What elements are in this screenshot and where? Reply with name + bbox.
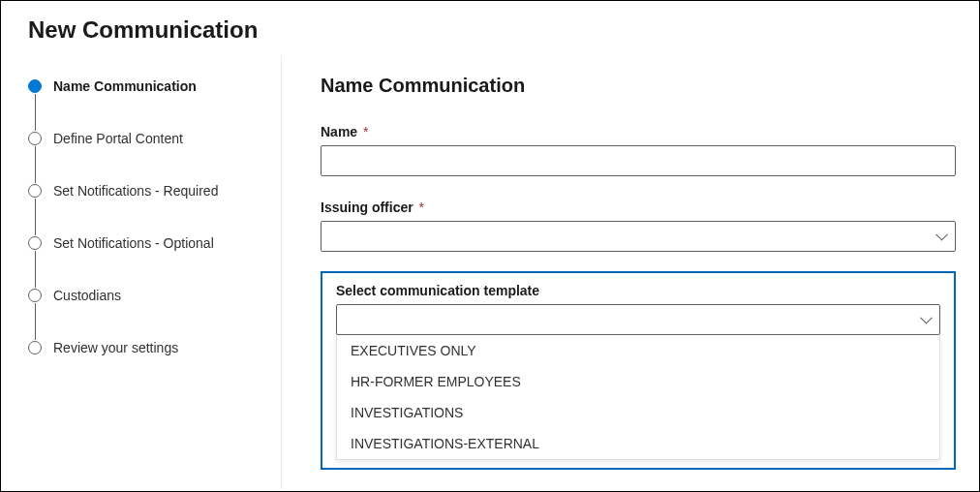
template-select[interactable] <box>336 304 940 335</box>
step-dot-icon <box>28 236 42 250</box>
step-dot-icon <box>28 79 42 93</box>
required-mark-icon: * <box>419 200 424 215</box>
wizard-steps-nav: Name Communication Define Portal Content… <box>1 55 282 489</box>
form-panel: Name Communication Name * Issuing office… <box>282 55 979 489</box>
required-mark-icon: * <box>363 124 368 139</box>
issuing-officer-select[interactable] <box>321 221 956 252</box>
step-label: Set Notifications - Required <box>53 183 218 199</box>
step-connector-icon <box>35 251 36 288</box>
template-label: Select communication template <box>336 283 940 298</box>
template-dropdown-list: EXECUTIVES ONLY HR-FORMER EMPLOYEES INVE… <box>336 335 940 460</box>
step-connector-icon <box>35 94 36 131</box>
name-input[interactable] <box>321 145 956 176</box>
label-text: Issuing officer <box>321 200 413 215</box>
step-set-notifications-required[interactable]: Set Notifications - Required <box>28 183 281 199</box>
step-dot-icon <box>28 341 42 354</box>
template-highlight-block: Select communication template EXECUTIVES… <box>321 271 956 470</box>
label-text: Name <box>321 124 357 139</box>
step-label: Name Communication <box>53 78 197 94</box>
step-label: Define Portal Content <box>53 131 183 146</box>
step-review-your-settings[interactable]: Review your settings <box>28 340 281 355</box>
step-set-notifications-optional[interactable]: Set Notifications - Optional <box>28 235 281 251</box>
step-connector-icon <box>35 199 36 235</box>
step-label: Review your settings <box>53 340 178 355</box>
content-area: Name Communication Define Portal Content… <box>1 55 979 489</box>
field-issuing-officer: Issuing officer * <box>321 200 956 252</box>
step-label: Custodians <box>53 288 121 303</box>
issuing-officer-label: Issuing officer * <box>321 200 956 215</box>
template-option-investigations-external[interactable]: INVESTIGATIONS-EXTERNAL <box>337 428 939 459</box>
page-title: New Communication <box>1 1 979 55</box>
step-name-communication[interactable]: Name Communication <box>28 78 281 94</box>
step-dot-icon <box>28 289 42 302</box>
template-option-investigations[interactable]: INVESTIGATIONS <box>337 397 939 428</box>
step-connector-icon <box>35 146 36 183</box>
step-connector-icon <box>35 303 36 340</box>
template-select-wrap <box>336 304 940 335</box>
template-option-executives-only[interactable]: EXECUTIVES ONLY <box>337 335 939 366</box>
step-dot-icon <box>28 132 42 145</box>
template-option-hr-former-employees[interactable]: HR-FORMER EMPLOYEES <box>337 366 939 397</box>
section-heading: Name Communication <box>321 75 956 97</box>
issuing-officer-select-wrap <box>321 221 956 252</box>
field-name: Name * <box>321 124 956 176</box>
step-define-portal-content[interactable]: Define Portal Content <box>28 131 281 146</box>
name-label: Name * <box>321 124 956 139</box>
step-dot-icon <box>28 184 42 198</box>
step-label: Set Notifications - Optional <box>53 235 214 251</box>
step-custodians[interactable]: Custodians <box>28 288 281 303</box>
